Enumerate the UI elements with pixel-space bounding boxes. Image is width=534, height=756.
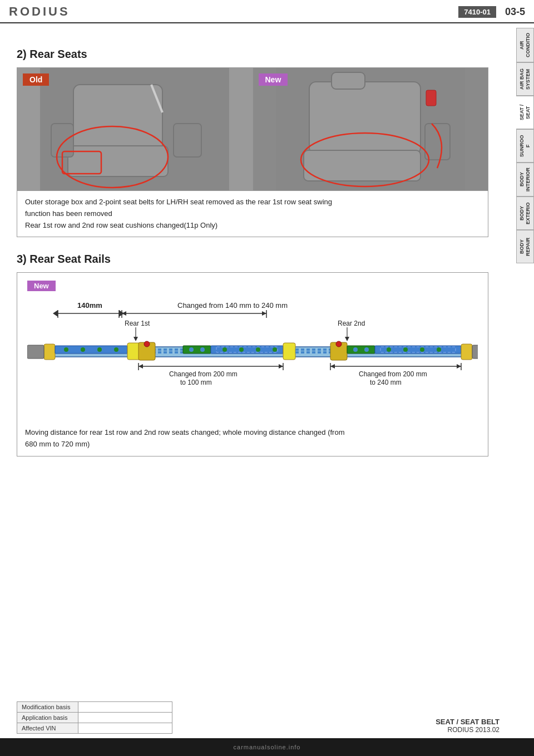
svg-rect-1 xyxy=(73,85,162,151)
svg-rect-12 xyxy=(425,124,450,160)
svg-point-45 xyxy=(239,347,244,352)
rail-diagram-container: 140mm Changed from 140 mm to 240 mm Rear… xyxy=(27,297,478,416)
svg-rect-28 xyxy=(44,344,55,360)
table-row-vin: Affected VIN xyxy=(17,723,172,734)
caption-line1: Outer storage box and 2-point seat belts… xyxy=(25,198,332,206)
modification-table: Modification basis Application basis Aff… xyxy=(17,701,172,734)
rear1st-label-text: Rear 1st xyxy=(125,320,150,327)
sidebar-tabs: AIRCONDITIO AIR BAGSYSTEM SEAT /SEAT SUN… xyxy=(516,28,534,263)
sidebar-tab-body-interior[interactable]: BODYINTERIOR xyxy=(516,163,534,197)
section2-heading: 2) Rear Seats xyxy=(17,48,488,61)
dim-140mm-text: 140mm xyxy=(77,301,102,310)
svg-rect-10 xyxy=(304,150,421,181)
svg-rect-2 xyxy=(68,146,168,176)
changed-label2-text: Changed from 200 mm xyxy=(169,370,238,378)
svg-point-61 xyxy=(437,347,441,352)
svg-marker-21 xyxy=(122,311,126,316)
svg-rect-9 xyxy=(309,82,421,154)
new-badge: New xyxy=(259,73,288,86)
brand-logo: RODIUS xyxy=(9,4,70,19)
svg-point-59 xyxy=(403,347,408,352)
svg-point-38 xyxy=(144,341,150,347)
rear-seats-caption: Outer storage box and 2-point seat belts… xyxy=(17,191,488,237)
changed-label3-text: Changed from 200 mm xyxy=(359,370,427,378)
table-row-modification: Modification basis xyxy=(17,702,172,713)
svg-rect-53 xyxy=(347,346,375,354)
page-header: RODIUS 7410-01 03-5 xyxy=(0,0,534,23)
footer-right: SEAT / SEAT BELT RODIUS 2013.02 xyxy=(436,718,500,734)
svg-rect-64 xyxy=(27,345,44,359)
svg-rect-39 xyxy=(183,346,211,354)
svg-point-30 xyxy=(64,347,68,352)
sidebar-tab-air-bag[interactable]: AIR BAGSYSTEM xyxy=(516,62,534,96)
svg-rect-62 xyxy=(461,344,472,360)
rear-seats-image-row: Old xyxy=(17,68,488,191)
svg-point-41 xyxy=(200,347,205,352)
svg-rect-63 xyxy=(472,345,478,359)
footer-title: SEAT / SEAT BELT xyxy=(436,718,500,726)
page-number: 03-5 xyxy=(505,6,525,18)
changed-label2b-text: to 100 mm xyxy=(180,379,212,386)
svg-marker-74 xyxy=(457,364,461,369)
table-row-application: Application basis xyxy=(17,713,172,723)
sidebar-tab-sunroof[interactable]: SUNROOF xyxy=(516,129,534,163)
sidebar-tab-air-condition[interactable]: AIRCONDITIO xyxy=(516,28,534,62)
svg-marker-26 xyxy=(345,337,349,341)
footer-subtitle: RODIUS 2013.02 xyxy=(436,726,500,734)
svg-rect-11 xyxy=(332,72,365,89)
watermark-bar: carmanualsoline.info xyxy=(0,738,534,756)
svg-marker-24 xyxy=(134,337,138,341)
svg-rect-48 xyxy=(283,343,295,360)
changed-label3b-text: to 240 mm xyxy=(370,379,402,386)
svg-marker-22 xyxy=(262,311,266,316)
modification-basis-value xyxy=(78,702,172,713)
section3-heading: 3) Rear Seat Rails xyxy=(17,253,488,266)
svg-point-55 xyxy=(364,347,369,352)
sidebar-tab-body-exterior[interactable]: BODYEXTERIO xyxy=(516,197,534,230)
main-content: 2) Rear Seats Old xyxy=(0,23,516,468)
diagram-inner: New 140mm Changed from 140 mm to 240 mm xyxy=(17,273,488,421)
old-badge: Old xyxy=(23,73,49,86)
watermark-text: carmanualsoline.info xyxy=(234,744,301,750)
rear-seat-rails-box: New 140mm Changed from 140 mm to 240 mm xyxy=(17,272,488,456)
svg-marker-69 xyxy=(279,364,283,369)
svg-point-44 xyxy=(222,347,227,352)
svg-point-46 xyxy=(256,347,260,352)
affected-vin-value xyxy=(78,723,172,734)
svg-point-31 xyxy=(81,347,85,352)
svg-point-58 xyxy=(387,347,391,352)
rear2nd-label-text: Rear 2nd xyxy=(338,320,365,327)
footer-table-area: Modification basis Application basis Aff… xyxy=(17,697,172,734)
header-right: 7410-01 03-5 xyxy=(458,6,525,18)
application-basis-label: Application basis xyxy=(17,713,78,723)
svg-point-52 xyxy=(336,341,342,347)
svg-rect-13 xyxy=(426,90,436,106)
rear-seats-image-box: Old xyxy=(17,67,488,237)
caption-line3: Rear 1st row and 2nd row seat cushions c… xyxy=(25,221,217,229)
svg-point-32 xyxy=(97,347,102,352)
affected-vin-label: Affected VIN xyxy=(17,723,78,734)
sidebar-tab-seat[interactable]: SEAT /SEAT xyxy=(516,96,534,129)
rail-diagram-svg: 140mm Changed from 140 mm to 240 mm Rear… xyxy=(27,297,478,414)
svg-point-40 xyxy=(189,347,194,352)
rear-seat-rails-caption: Moving distance for rear 1st row and 2nd… xyxy=(17,421,488,456)
old-seat-image: Old xyxy=(17,68,253,190)
old-seat-svg xyxy=(40,68,229,190)
svg-point-54 xyxy=(353,347,358,352)
moving-caption-line1: Moving distance for rear 1st row and 2nd… xyxy=(25,428,344,436)
diagram-new-badge: New xyxy=(27,281,56,291)
page-footer: Modification basis Application basis Aff… xyxy=(0,697,516,734)
svg-rect-4 xyxy=(174,124,201,157)
svg-point-47 xyxy=(273,347,277,352)
new-seat-image: New xyxy=(253,68,488,190)
moving-caption-line2: 680 mm to 720 mm) xyxy=(25,440,90,448)
svg-point-33 xyxy=(114,347,118,352)
svg-marker-73 xyxy=(330,364,335,369)
svg-point-60 xyxy=(420,347,424,352)
application-basis-value xyxy=(78,713,172,723)
modification-basis-label: Modification basis xyxy=(17,702,78,713)
changed-label1-text: Changed from 140 mm to 240 mm xyxy=(177,301,288,310)
sidebar-tab-body-repair[interactable]: BODYREPAIR xyxy=(516,230,534,263)
svg-marker-68 xyxy=(139,364,143,369)
document-code: 7410-01 xyxy=(458,6,496,18)
